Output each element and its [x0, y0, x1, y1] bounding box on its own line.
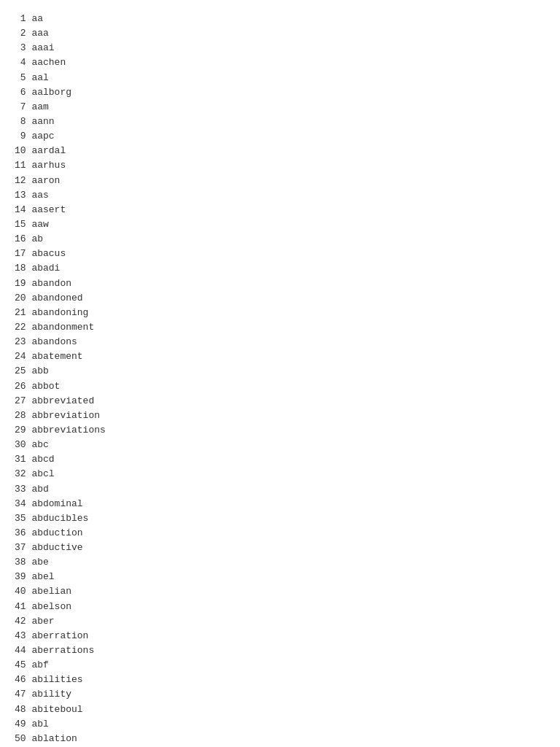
- list-item: 4 aachen: [15, 55, 545, 70]
- word-list: 1 aa 2 aaa 3 aaai 4 aachen 5 aal 6 aalbo…: [15, 12, 545, 747]
- list-item: 29 abbreviations: [15, 423, 545, 438]
- list-item: 32 abcl: [15, 467, 545, 481]
- list-item: 2 aaa: [15, 26, 545, 41]
- list-item: 12 aaron: [15, 174, 545, 188]
- list-item: 27 abbreviated: [15, 394, 545, 409]
- list-item: 9 aapc: [15, 129, 545, 144]
- list-item: 19 abandon: [15, 276, 545, 291]
- list-item: 14 aasert: [15, 203, 545, 217]
- list-item: 10 aardal: [15, 144, 545, 158]
- list-item: 15 aaw: [15, 217, 545, 232]
- list-item: 49 abl: [15, 717, 545, 732]
- list-item: 37 abductive: [15, 541, 545, 555]
- list-item: 11 aarhus: [15, 158, 545, 173]
- list-item: 23 abandons: [15, 335, 545, 349]
- list-item: 20 abandoned: [15, 291, 545, 306]
- list-item: 45 abf: [15, 658, 545, 673]
- list-item: 43 aberration: [15, 629, 545, 643]
- list-item: 33 abd: [15, 482, 545, 497]
- list-item: 25 abb: [15, 364, 545, 379]
- list-item: 41 abelson: [15, 600, 545, 614]
- list-item: 48 abiteboul: [15, 703, 545, 717]
- list-item: 31 abcd: [15, 452, 545, 467]
- list-item: 21 abandoning: [15, 306, 545, 320]
- list-item: 40 abelian: [15, 584, 545, 599]
- list-item: 17 abacus: [15, 247, 545, 261]
- list-item: 44 aberrations: [15, 643, 545, 658]
- list-item: 16 ab: [15, 232, 545, 247]
- list-item: 47 ability: [15, 687, 545, 702]
- list-item: 8 aann: [15, 115, 545, 129]
- list-item: 36 abduction: [15, 526, 545, 541]
- list-item: 46 abilities: [15, 673, 545, 687]
- list-item: 30 abc: [15, 438, 545, 452]
- list-item: 5 aal: [15, 71, 545, 85]
- list-item: 22 abandonment: [15, 320, 545, 335]
- list-item: 38 abe: [15, 555, 545, 570]
- list-item: 24 abatement: [15, 349, 545, 364]
- list-item: 7 aam: [15, 100, 545, 115]
- list-item: 34 abdominal: [15, 497, 545, 511]
- list-item: 1 aa: [15, 12, 545, 26]
- list-item: 42 aber: [15, 614, 545, 629]
- list-item: 50 ablation: [15, 732, 545, 746]
- list-item: 26 abbot: [15, 379, 545, 394]
- list-item: 18 abadi: [15, 261, 545, 276]
- list-item: 13 aas: [15, 188, 545, 203]
- list-item: 6 aalborg: [15, 85, 545, 100]
- list-item: 35 abducibles: [15, 511, 545, 526]
- list-item: 28 abbreviation: [15, 409, 545, 423]
- list-item: 39 abel: [15, 570, 545, 584]
- list-item: 3 aaai: [15, 41, 545, 55]
